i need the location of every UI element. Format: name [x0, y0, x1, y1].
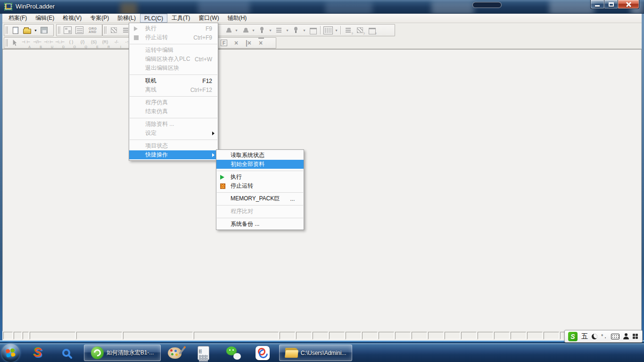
- new-file-button[interactable]: [9, 25, 21, 35]
- contact-a-tool[interactable]: ⊣ ⊢A: [20, 38, 32, 48]
- menu-item-offline[interactable]: 离线Ctrl+F12: [129, 85, 218, 94]
- soft-keyboard-icon[interactable]: [611, 334, 619, 339]
- submenu-item-initialize-all-data[interactable]: 初始全部资料: [216, 160, 304, 169]
- start-button[interactable]: [1, 344, 20, 362]
- ime-account-icon[interactable]: [623, 333, 629, 339]
- toolbar-grip[interactable]: [104, 26, 105, 34]
- search-launcher-icon[interactable]: [57, 345, 75, 361]
- statusbar-cell: [511, 332, 526, 339]
- menu-item-setting[interactable]: 设定: [129, 129, 218, 138]
- menu-view[interactable]: 检视(V): [58, 14, 86, 23]
- search-icon: [62, 349, 70, 357]
- menu-item-exit-edit-block[interactable]: 退出编辑区块: [129, 64, 218, 73]
- function-tools: F × |× ×: [219, 38, 266, 48]
- insert-function-icon[interactable]: F: [219, 38, 229, 48]
- run-monitor-button[interactable]: [239, 25, 251, 35]
- caret-down-icon[interactable]: ▼: [302, 29, 307, 32]
- toolbar-grip[interactable]: [6, 39, 7, 47]
- coil-o-tool[interactable]: ( )O: [66, 38, 77, 48]
- stop-orange-icon: [220, 183, 225, 189]
- menu-item-run[interactable]: 执行F9: [129, 24, 218, 33]
- io-swap-button[interactable]: [108, 25, 120, 35]
- maximize-icon: [609, 2, 614, 7]
- submenu-item-memory-pack[interactable]: MEMORY_PACK巨...: [216, 194, 304, 203]
- network-view-button[interactable]: [62, 25, 74, 35]
- menu-item-online[interactable]: 联机F12: [129, 76, 218, 85]
- help-contact-button[interactable]: ?: [366, 25, 378, 35]
- toolbar-grip[interactable]: [58, 26, 59, 34]
- taskbar-button-browser[interactable]: 如何清除永宏B1-...: [84, 345, 161, 361]
- sogou-ime-logo-icon[interactable]: S: [568, 332, 578, 341]
- menu-item-save-block-to-plc[interactable]: 编辑区块存入PLCCtrl+W: [129, 55, 218, 64]
- maximize-button[interactable]: [604, 0, 618, 9]
- menu-project[interactable]: 专案(P): [86, 14, 113, 23]
- grid-view-button[interactable]: [74, 25, 85, 35]
- punctuation-mode-icon[interactable]: °，: [601, 333, 607, 340]
- paint-launcher-icon[interactable]: [165, 345, 184, 361]
- lamp2-monitor-button[interactable]: [290, 25, 302, 35]
- caret-down-icon[interactable]: ▼: [234, 29, 239, 32]
- submenu-item-program-compare[interactable]: 程序比对: [216, 207, 304, 216]
- menu-edit[interactable]: 编辑(E): [31, 14, 58, 23]
- delete-icon[interactable]: ×: [231, 38, 241, 48]
- menu-item-simulation[interactable]: 程序仿真: [129, 98, 218, 107]
- menu-ladder[interactable]: 阶梯(L): [113, 14, 140, 23]
- delete-all-icon[interactable]: ×: [256, 38, 266, 48]
- save-button[interactable]: [38, 25, 50, 35]
- caret-down-icon[interactable]: ▼: [251, 29, 256, 32]
- menu-tools[interactable]: 工具(T): [167, 14, 194, 23]
- instruction-mode-button[interactable]: ORG AND: [89, 27, 97, 33]
- grid-edit-button[interactable]: [322, 25, 334, 35]
- contact-d-tool[interactable]: ⊣↓⊢D: [54, 38, 66, 48]
- window-border-right: [642, 14, 644, 340]
- calendar-button[interactable]: [307, 25, 319, 35]
- ime-toolbox-icon[interactable]: [633, 334, 638, 339]
- close-button[interactable]: [618, 0, 639, 9]
- fullwidth-moon-icon[interactable]: [592, 334, 597, 339]
- menu-help[interactable]: 辅助(H): [223, 14, 251, 23]
- coil-reset-tool[interactable]: (R)R: [99, 38, 111, 48]
- menu-item-clear-data[interactable]: 清除资料 ...: [129, 120, 218, 129]
- submenu-item-system-backup[interactable]: 系统备份 ...: [216, 220, 304, 229]
- coil-set-tool[interactable]: (S)E: [88, 38, 99, 48]
- wechat-launcher-icon[interactable]: [224, 345, 244, 361]
- taskbar-button-explorer[interactable]: C:\Users\Admini...: [279, 345, 352, 361]
- menu-file[interactable]: 档案(F): [4, 14, 31, 23]
- menu-item-quick-operations[interactable]: 快捷操作: [129, 150, 218, 159]
- menu-item-stop[interactable]: 停止运转Ctrl+F9: [129, 33, 218, 42]
- delete-row-icon[interactable]: |×: [243, 38, 254, 48]
- submenu-item-read-system-status[interactable]: 读取系统状态: [216, 151, 304, 160]
- invert-tool[interactable]: -/-I: [111, 38, 122, 48]
- netdisk-launcher-icon[interactable]: [253, 345, 272, 361]
- help-grid-button[interactable]: ?: [354, 25, 366, 35]
- menu-item-online-edit[interactable]: 运转中编辑: [129, 46, 218, 55]
- menu-window[interactable]: 窗口(W): [194, 14, 223, 23]
- submenu-item-stop[interactable]: 停止运转: [216, 181, 304, 190]
- select-cursor-icon[interactable]: [12, 40, 17, 46]
- caret-down-icon[interactable]: ▼: [33, 29, 38, 32]
- winproladder-app-icon[interactable]: [4, 3, 12, 10]
- statusbar-cell: [123, 332, 193, 339]
- menu-plc[interactable]: PLC(C): [140, 14, 167, 23]
- ime-mode-indicator[interactable]: 五: [581, 332, 588, 341]
- open-file-button[interactable]: [21, 25, 33, 35]
- help-bars-button[interactable]: ?: [342, 25, 354, 35]
- contact-u-tool[interactable]: ⊣↑⊢U: [43, 38, 54, 48]
- ladder-work-area[interactable]: [2, 49, 642, 331]
- contact-b-tool[interactable]: ⊣/⊢B: [32, 38, 43, 48]
- lamp-monitor-button[interactable]: [256, 25, 268, 35]
- menu-item-project-status[interactable]: 项目状态: [129, 141, 218, 150]
- sogou-launcher-icon[interactable]: S: [28, 345, 47, 361]
- list-monitor-button[interactable]: [273, 25, 285, 35]
- save-icon: [41, 27, 48, 33]
- coil-q-tool[interactable]: (/)Q: [77, 38, 88, 48]
- caret-down-icon[interactable]: ▼: [334, 29, 339, 32]
- toolbar-grip[interactable]: [6, 26, 7, 34]
- caret-down-icon[interactable]: ▼: [268, 29, 273, 32]
- menu-item-end-simulation[interactable]: 结束仿真: [129, 107, 218, 116]
- submenu-item-run[interactable]: 执行: [216, 173, 304, 181]
- status-monitor-button[interactable]: [222, 25, 234, 35]
- calculator-launcher-icon[interactable]: 0: [193, 345, 213, 361]
- caret-down-icon[interactable]: ▼: [285, 29, 290, 32]
- minimize-button[interactable]: [590, 0, 604, 9]
